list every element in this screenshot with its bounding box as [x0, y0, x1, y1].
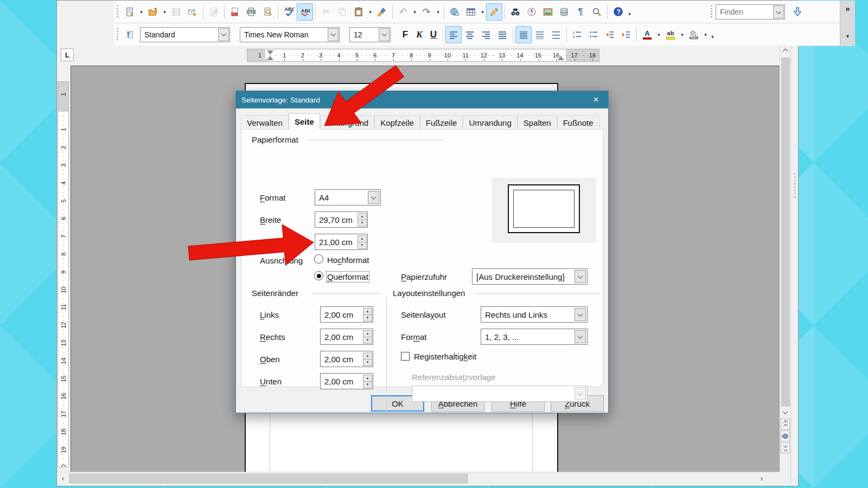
- navigator-button[interactable]: [524, 3, 540, 21]
- tab-fussnote[interactable]: Fußnote: [557, 115, 599, 130]
- tab-stop-type-button[interactable]: L: [61, 48, 74, 61]
- font-name-combobox[interactable]: Times New Roman: [240, 27, 340, 42]
- align-center-button[interactable]: [462, 26, 478, 43]
- hyperlink-button[interactable]: [446, 3, 463, 21]
- bold-button[interactable]: F: [398, 27, 412, 43]
- dialog-close-button[interactable]: ×: [584, 91, 608, 108]
- print-preview-button[interactable]: [259, 3, 276, 21]
- draw-functions-button[interactable]: [486, 3, 502, 21]
- horizontal-ruler[interactable]: 1 123456789101112131415161718: [247, 49, 599, 62]
- open-dropdown[interactable]: ▾: [161, 3, 168, 21]
- export-pdf-button[interactable]: [227, 3, 243, 21]
- toolbar-overflow-dropdown[interactable]: ▾: [626, 5, 633, 23]
- new-document-dropdown[interactable]: ▾: [138, 3, 145, 21]
- decrease-indent-button[interactable]: [602, 26, 618, 43]
- format-dropdown[interactable]: [368, 191, 379, 204]
- email-button[interactable]: [184, 3, 201, 21]
- hochformat-radio[interactable]: [314, 254, 323, 264]
- vertical-scrollbar-thumb[interactable]: [781, 57, 790, 407]
- line-spacing-2-button[interactable]: [548, 26, 564, 43]
- navigation-button[interactable]: [781, 431, 790, 441]
- paste-dropdown[interactable]: ▾: [367, 3, 374, 21]
- dialog-titlebar[interactable]: Seitenvorlage: Standard: [236, 91, 608, 108]
- print-button[interactable]: [243, 3, 259, 21]
- find-toolbar-grip[interactable]: [711, 5, 712, 18]
- format-combobox[interactable]: A4: [315, 189, 381, 206]
- registerhaltigkeit-label[interactable]: Registerhaltigkeit: [414, 352, 476, 361]
- tab-seite[interactable]: Seite: [289, 113, 320, 130]
- left-indent-marker[interactable]: [267, 56, 273, 60]
- spin-down-button[interactable]: ▼: [363, 381, 372, 388]
- insert-table-button[interactable]: [463, 3, 479, 21]
- help-button[interactable]: ?: [610, 3, 626, 21]
- vertical-ruler[interactable]: 1 1234567891011121314151617181920: [58, 81, 69, 467]
- nummernformat-combobox[interactable]: 1, 2, 3, ...: [481, 329, 588, 345]
- background-color-button[interactable]: [686, 26, 702, 43]
- cut-button[interactable]: ✂: [318, 3, 334, 21]
- unten-spinner[interactable]: 2,00 cm ▲▼: [320, 373, 373, 389]
- increase-indent-button[interactable]: [618, 26, 634, 43]
- undo-button[interactable]: ↶: [395, 3, 411, 21]
- rechts-spinner[interactable]: 2,00 cm ▲▼: [320, 329, 373, 345]
- toolbar-overflow-button[interactable]: »: [840, 4, 855, 13]
- registerhaltigkeit-checkbox[interactable]: [401, 352, 410, 361]
- redo-dropdown[interactable]: ▾: [435, 3, 442, 21]
- font-size-dropdown[interactable]: [379, 28, 390, 41]
- querformat-radio[interactable]: [314, 271, 323, 280]
- line-spacing-15-button[interactable]: [532, 26, 548, 43]
- find-replace-button[interactable]: [507, 3, 524, 21]
- right-indent-marker[interactable]: [558, 56, 564, 60]
- tab-verwalten[interactable]: Verwalten: [241, 115, 289, 130]
- clone-formatting-button[interactable]: [374, 3, 390, 21]
- spin-down-button[interactable]: ▼: [363, 337, 372, 344]
- hochformat-label[interactable]: Hochformat: [327, 255, 369, 265]
- scroll-right-button[interactable]: ›: [756, 472, 768, 484]
- unordered-list-button[interactable]: [585, 26, 602, 43]
- background-color-dropdown[interactable]: ▾: [702, 26, 709, 43]
- vertical-scrollbar[interactable]: [780, 46, 790, 472]
- oben-spinner[interactable]: 2,00 cm ▲▼: [320, 351, 373, 367]
- tab-kopfzeile[interactable]: Kopfzeile: [374, 115, 420, 130]
- horizontal-scrollbar[interactable]: ‹ ›: [57, 472, 780, 484]
- next-page-button[interactable]: [781, 442, 790, 453]
- hoehe-spinner[interactable]: 21,00 cm ▲ ▼: [315, 234, 368, 250]
- underline-button[interactable]: U: [426, 27, 441, 43]
- zoom-button[interactable]: [589, 3, 605, 21]
- toolbar-overflow-dropdown[interactable]: ▾: [709, 28, 716, 46]
- highlight-color-button[interactable]: ab: [662, 26, 679, 43]
- spin-down-button[interactable]: ▼: [358, 242, 367, 249]
- spin-down-button[interactable]: ▼: [363, 314, 372, 322]
- font-size-combobox[interactable]: 12: [349, 27, 391, 42]
- links-spinner[interactable]: 2,00 cm ▲▼: [320, 306, 373, 323]
- find-next-button[interactable]: [789, 3, 806, 21]
- spelling-button[interactable]: ABC: [280, 3, 297, 21]
- paste-button[interactable]: [350, 3, 367, 21]
- sidebar-toggle-handle[interactable]: [793, 174, 796, 197]
- toolbar-grip[interactable]: [117, 28, 118, 41]
- apply-style-button[interactable]: [122, 26, 138, 43]
- paragraph-style-dropdown[interactable]: [218, 28, 229, 41]
- font-color-dropdown[interactable]: ▾: [655, 26, 662, 43]
- nummernformat-dropdown[interactable]: [575, 330, 586, 343]
- redo-button[interactable]: ↷: [418, 3, 435, 21]
- toolbar-overflow-more-dropdown[interactable]: ▾: [840, 33, 855, 39]
- querformat-label[interactable]: Querformat: [327, 272, 368, 281]
- italic-button[interactable]: K: [412, 27, 426, 43]
- align-right-button[interactable]: [478, 26, 494, 43]
- copy-button[interactable]: [334, 3, 350, 21]
- undo-dropdown[interactable]: ▾: [411, 3, 418, 21]
- spin-down-button[interactable]: ▼: [363, 359, 372, 366]
- scroll-left-button[interactable]: ‹: [57, 472, 69, 484]
- insert-table-dropdown[interactable]: ▾: [479, 3, 486, 21]
- align-left-button[interactable]: [445, 26, 462, 43]
- line-spacing-1-button[interactable]: [515, 26, 532, 43]
- formatting-marks-button[interactable]: ¶: [572, 3, 589, 21]
- open-button[interactable]: [145, 3, 161, 21]
- toolbar-grip[interactable]: [117, 5, 118, 18]
- highlight-color-dropdown[interactable]: ▾: [679, 26, 686, 43]
- auto-spellcheck-button[interactable]: ABC: [297, 3, 313, 21]
- font-name-dropdown[interactable]: [328, 28, 339, 41]
- breite-spinner[interactable]: 29,70 cm ▲ ▼: [315, 211, 368, 228]
- tab-fusszeile[interactable]: Fußzeile: [420, 115, 463, 130]
- seitenlayout-combobox[interactable]: Rechts und Links: [481, 306, 588, 323]
